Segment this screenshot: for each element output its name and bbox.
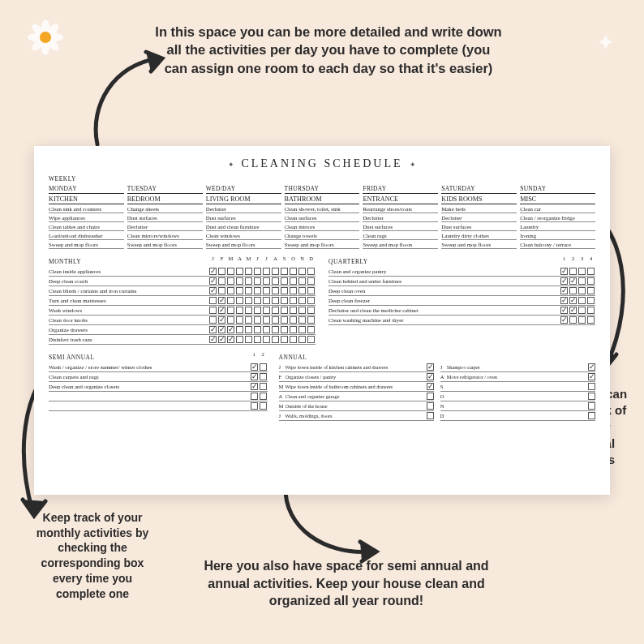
checkbox[interactable] (209, 316, 217, 324)
checkbox[interactable] (254, 336, 261, 343)
checkbox[interactable] (560, 268, 568, 275)
checkbox[interactable] (578, 307, 586, 314)
checkbox[interactable] (245, 277, 252, 285)
checkbox[interactable] (298, 336, 306, 343)
checkbox[interactable] (587, 287, 595, 294)
checkbox[interactable] (427, 363, 434, 371)
checkbox[interactable] (236, 316, 243, 324)
checkbox[interactable] (290, 326, 297, 333)
checkbox[interactable] (281, 307, 288, 314)
checkbox[interactable] (254, 277, 261, 285)
checkbox[interactable] (587, 268, 595, 275)
checkbox[interactable] (307, 336, 315, 343)
checkbox[interactable] (560, 287, 568, 294)
checkbox[interactable] (251, 383, 258, 390)
checkbox[interactable] (263, 307, 270, 314)
checkbox[interactable] (307, 287, 315, 294)
checkbox[interactable] (272, 326, 279, 333)
checkbox[interactable] (251, 393, 258, 400)
checkbox[interactable] (272, 287, 279, 294)
checkbox[interactable] (260, 363, 267, 371)
checkbox[interactable] (290, 307, 297, 314)
checkbox[interactable] (245, 268, 252, 275)
checkbox[interactable] (281, 336, 288, 343)
checkbox[interactable] (236, 287, 243, 294)
checkbox[interactable] (290, 297, 297, 304)
checkbox[interactable] (260, 373, 267, 380)
checkbox[interactable] (427, 373, 434, 380)
checkbox[interactable] (272, 316, 279, 324)
checkbox[interactable] (227, 297, 234, 304)
checkbox[interactable] (209, 297, 217, 304)
checkbox[interactable] (290, 277, 297, 285)
checkbox[interactable] (263, 326, 270, 333)
checkbox[interactable] (578, 316, 586, 324)
checkbox[interactable] (307, 316, 315, 324)
checkbox[interactable] (560, 307, 568, 314)
checkbox[interactable] (245, 326, 252, 333)
checkbox[interactable] (569, 316, 577, 324)
checkbox[interactable] (236, 307, 243, 314)
checkbox[interactable] (260, 402, 267, 410)
checkbox[interactable] (245, 316, 252, 324)
checkbox[interactable] (281, 316, 288, 324)
checkbox[interactable] (236, 268, 243, 275)
checkbox[interactable] (254, 307, 261, 314)
checkbox[interactable] (569, 287, 577, 294)
checkbox[interactable] (218, 277, 225, 285)
checkbox[interactable] (587, 277, 595, 285)
checkbox[interactable] (578, 287, 586, 294)
checkbox[interactable] (218, 316, 225, 324)
checkbox[interactable] (307, 326, 315, 333)
checkbox[interactable] (298, 316, 306, 324)
checkbox[interactable] (587, 316, 595, 324)
checkbox[interactable] (298, 297, 306, 304)
checkbox[interactable] (251, 363, 258, 371)
checkbox[interactable] (427, 393, 434, 400)
checkbox[interactable] (218, 326, 225, 333)
checkbox[interactable] (569, 268, 577, 275)
checkbox[interactable] (254, 268, 261, 275)
checkbox[interactable] (236, 336, 243, 343)
checkbox[interactable] (560, 297, 568, 304)
checkbox[interactable] (260, 383, 267, 390)
checkbox[interactable] (263, 268, 270, 275)
checkbox[interactable] (209, 277, 217, 285)
checkbox[interactable] (588, 383, 595, 390)
checkbox[interactable] (290, 316, 297, 324)
checkbox[interactable] (254, 316, 261, 324)
checkbox[interactable] (227, 326, 234, 333)
checkbox[interactable] (218, 297, 225, 304)
checkbox[interactable] (227, 336, 234, 343)
checkbox[interactable] (560, 277, 568, 285)
checkbox[interactable] (245, 307, 252, 314)
checkbox[interactable] (227, 287, 234, 294)
checkbox[interactable] (588, 402, 595, 410)
checkbox[interactable] (263, 316, 270, 324)
checkbox[interactable] (578, 268, 586, 275)
checkbox[interactable] (578, 297, 586, 304)
checkbox[interactable] (236, 277, 243, 285)
checkbox[interactable] (254, 297, 261, 304)
checkbox[interactable] (307, 307, 315, 314)
checkbox[interactable] (218, 287, 225, 294)
checkbox[interactable] (209, 287, 217, 294)
checkbox[interactable] (260, 393, 267, 400)
checkbox[interactable] (307, 277, 315, 285)
checkbox[interactable] (307, 268, 315, 275)
checkbox[interactable] (236, 326, 243, 333)
checkbox[interactable] (588, 373, 595, 380)
checkbox[interactable] (298, 277, 306, 285)
checkbox[interactable] (263, 287, 270, 294)
checkbox[interactable] (298, 287, 306, 294)
checkbox[interactable] (218, 268, 225, 275)
checkbox[interactable] (272, 268, 279, 275)
checkbox[interactable] (569, 297, 577, 304)
checkbox[interactable] (245, 287, 252, 294)
checkbox[interactable] (263, 297, 270, 304)
checkbox[interactable] (427, 383, 434, 390)
checkbox[interactable] (427, 402, 434, 410)
checkbox[interactable] (227, 277, 234, 285)
checkbox[interactable] (245, 336, 252, 343)
checkbox[interactable] (272, 297, 279, 304)
